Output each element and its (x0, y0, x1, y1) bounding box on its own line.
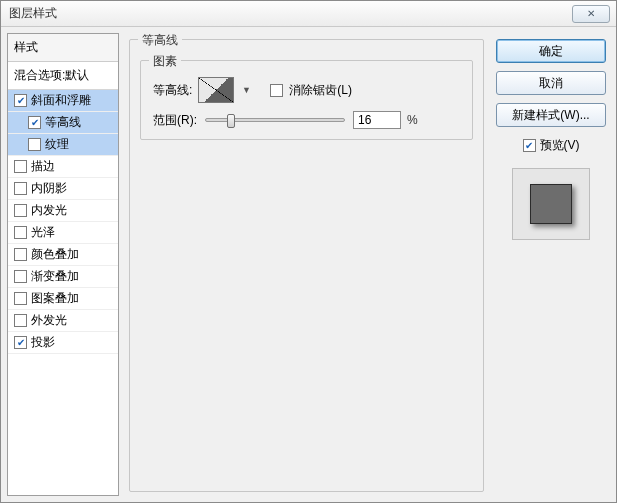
range-input[interactable] (353, 111, 401, 129)
style-item-checkbox[interactable] (14, 204, 27, 217)
style-item-label: 投影 (31, 334, 55, 351)
style-item-checkbox[interactable] (28, 138, 41, 151)
titlebar: 图层样式 ✕ (1, 1, 616, 27)
style-item-label: 内阴影 (31, 180, 67, 197)
style-item-checkbox[interactable] (14, 182, 27, 195)
style-item-checkbox[interactable] (28, 116, 41, 129)
new-style-button[interactable]: 新建样式(W)... (496, 103, 606, 127)
ok-button[interactable]: 确定 (496, 39, 606, 63)
preview-label: 预览(V) (540, 137, 580, 154)
style-item-checkbox[interactable] (14, 226, 27, 239)
contour-group-legend: 等高线 (138, 32, 182, 49)
style-item-checkbox[interactable] (14, 336, 27, 349)
style-item-checkbox[interactable] (14, 270, 27, 283)
style-item-checkbox[interactable] (14, 292, 27, 305)
style-item[interactable]: 渐变叠加 (8, 266, 118, 288)
style-item[interactable]: 投影 (8, 332, 118, 354)
style-list-header[interactable]: 样式 (8, 34, 118, 62)
style-item-label: 外发光 (31, 312, 67, 329)
cancel-button[interactable]: 取消 (496, 71, 606, 95)
style-item[interactable]: 图案叠加 (8, 288, 118, 310)
contour-label: 等高线: (153, 82, 192, 99)
antialias-label: 消除锯齿(L) (289, 82, 352, 99)
close-button[interactable]: ✕ (572, 5, 610, 23)
close-icon: ✕ (587, 8, 595, 19)
style-item[interactable]: 等高线 (8, 112, 118, 134)
style-item-label: 等高线 (45, 114, 81, 131)
style-item[interactable]: 斜面和浮雕 (8, 90, 118, 112)
style-item-label: 纹理 (45, 136, 69, 153)
preview-box (512, 168, 590, 240)
style-item[interactable]: 光泽 (8, 222, 118, 244)
preview-swatch (530, 184, 572, 224)
contour-row: 等高线: ▼ 消除锯齿(L) (153, 77, 460, 103)
blend-options-row[interactable]: 混合选项:默认 (8, 62, 118, 90)
right-panel: 确定 取消 新建样式(W)... ✔ 预览(V) (492, 33, 610, 496)
style-item-checkbox[interactable] (14, 160, 27, 173)
style-item-label: 描边 (31, 158, 55, 175)
style-item-label: 斜面和浮雕 (31, 92, 91, 109)
style-item[interactable]: 纹理 (8, 134, 118, 156)
style-item[interactable]: 外发光 (8, 310, 118, 332)
style-item-checkbox[interactable] (14, 314, 27, 327)
antialias-checkbox[interactable] (270, 84, 283, 97)
style-item-label: 内发光 (31, 202, 67, 219)
style-item-checkbox[interactable] (14, 94, 27, 107)
style-item-label: 渐变叠加 (31, 268, 79, 285)
settings-panel: 等高线 图素 等高线: ▼ 消除锯齿(L) 范围(R): (125, 33, 486, 496)
contour-picker[interactable] (198, 77, 234, 103)
contour-group: 等高线 图素 等高线: ▼ 消除锯齿(L) 范围(R): (129, 39, 484, 492)
percent-label: % (407, 113, 418, 127)
style-item-label: 颜色叠加 (31, 246, 79, 263)
preview-checkbox[interactable]: ✔ (523, 139, 536, 152)
style-item[interactable]: 颜色叠加 (8, 244, 118, 266)
style-item-checkbox[interactable] (14, 248, 27, 261)
style-item[interactable]: 内发光 (8, 200, 118, 222)
range-label: 范围(R): (153, 112, 197, 129)
style-item-label: 图案叠加 (31, 290, 79, 307)
layer-style-dialog: 图层样式 ✕ 样式 混合选项:默认 斜面和浮雕等高线纹理描边内阴影内发光光泽颜色… (0, 0, 617, 503)
range-row: 范围(R): % (153, 111, 460, 129)
preview-row: ✔ 预览(V) (523, 137, 580, 154)
style-item-label: 光泽 (31, 224, 55, 241)
style-list-panel: 样式 混合选项:默认 斜面和浮雕等高线纹理描边内阴影内发光光泽颜色叠加渐变叠加图… (7, 33, 119, 496)
elements-group: 图素 等高线: ▼ 消除锯齿(L) 范围(R): (140, 60, 473, 140)
chevron-down-icon[interactable]: ▼ (240, 77, 252, 103)
dialog-body: 样式 混合选项:默认 斜面和浮雕等高线纹理描边内阴影内发光光泽颜色叠加渐变叠加图… (1, 27, 616, 502)
range-slider-thumb[interactable] (227, 114, 235, 128)
style-item[interactable]: 内阴影 (8, 178, 118, 200)
style-item[interactable]: 描边 (8, 156, 118, 178)
dialog-title: 图层样式 (9, 5, 57, 22)
range-slider[interactable] (205, 118, 345, 122)
style-items: 斜面和浮雕等高线纹理描边内阴影内发光光泽颜色叠加渐变叠加图案叠加外发光投影 (8, 90, 118, 354)
elements-group-legend: 图素 (149, 53, 181, 70)
